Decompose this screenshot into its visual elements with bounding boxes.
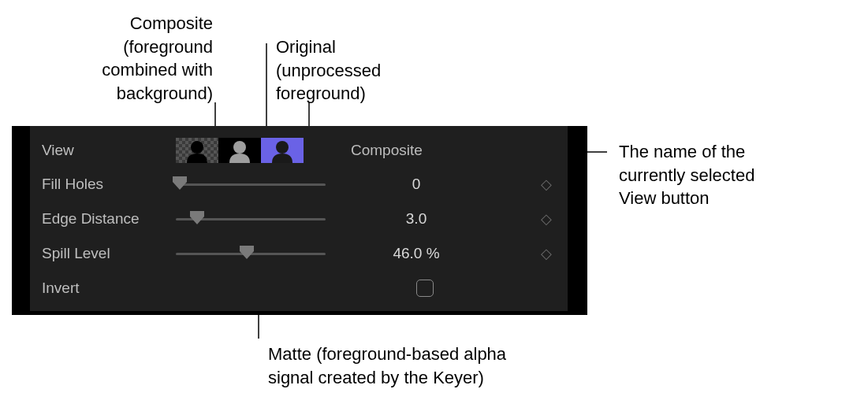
fill-holes-row: Fill Holes 0 ◇ bbox=[30, 167, 568, 202]
annotation-composite: Composite(foregroundcombined withbackgro… bbox=[75, 12, 213, 106]
spill-level-slider[interactable] bbox=[176, 244, 326, 263]
svg-point-13 bbox=[276, 141, 289, 154]
view-row: View bbox=[30, 126, 568, 167]
view-selected-name: Composite bbox=[351, 142, 423, 159]
view-button-composite[interactable] bbox=[176, 138, 218, 163]
fill-holes-value[interactable]: 0 bbox=[349, 176, 483, 193]
annotation-original: Original(unprocessedforeground) bbox=[276, 35, 381, 106]
edge-distance-keyframe[interactable]: ◇ bbox=[541, 210, 552, 228]
edge-distance-label: Edge Distance bbox=[42, 210, 176, 228]
svg-point-11 bbox=[233, 141, 246, 154]
fill-holes-keyframe[interactable]: ◇ bbox=[541, 176, 552, 193]
spill-level-keyframe[interactable]: ◇ bbox=[541, 245, 552, 262]
annotation-view-name: The name of thecurrently selectedView bu… bbox=[619, 140, 754, 210]
edge-distance-row: Edge Distance 3.0 ◇ bbox=[30, 202, 568, 236]
edge-distance-slider[interactable] bbox=[176, 209, 326, 228]
invert-row: Invert bbox=[30, 271, 568, 306]
spill-level-value[interactable]: 46.0 % bbox=[349, 245, 483, 262]
inspector-panel-container: View bbox=[12, 126, 587, 315]
annotation-matte: Matte (foreground-based alphasignal crea… bbox=[268, 343, 506, 389]
inspector-panel: View bbox=[30, 126, 568, 311]
invert-label: Invert bbox=[42, 280, 176, 297]
spill-level-row: Spill Level 46.0 % ◇ bbox=[30, 236, 568, 271]
view-button-matte[interactable] bbox=[218, 138, 261, 163]
edge-distance-value[interactable]: 3.0 bbox=[349, 210, 483, 228]
fill-holes-slider[interactable] bbox=[176, 175, 326, 194]
spill-level-label: Spill Level bbox=[42, 245, 176, 262]
view-label: View bbox=[42, 142, 176, 159]
view-button-original[interactable] bbox=[261, 138, 304, 163]
svg-point-9 bbox=[191, 141, 203, 154]
fill-holes-label: Fill Holes bbox=[42, 176, 176, 193]
invert-checkbox[interactable] bbox=[416, 280, 434, 297]
view-buttons bbox=[176, 138, 304, 163]
